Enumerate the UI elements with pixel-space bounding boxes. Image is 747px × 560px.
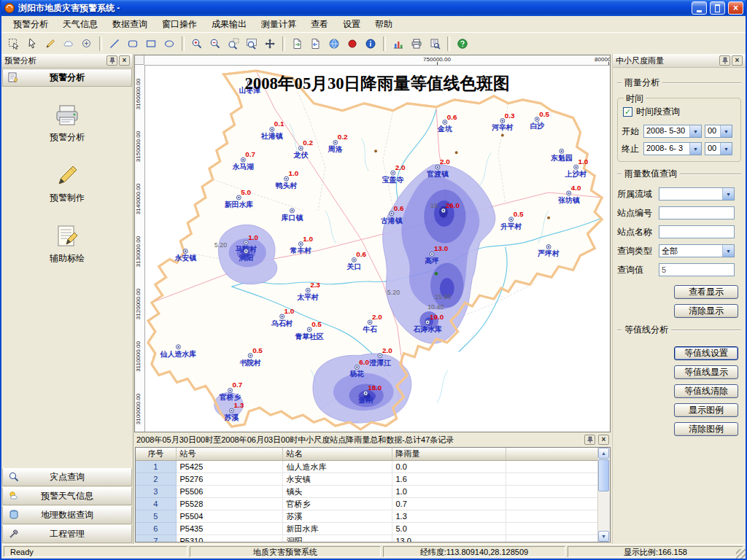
app-window: 浏阳市地质灾害预警系统 - × 预警分析天气信息数据查询窗口操作成果输出测量计算…	[0, 0, 747, 560]
chevron-down-icon[interactable]	[722, 188, 734, 200]
end-date-combo[interactable]: 2008- 6- 3	[643, 142, 702, 155]
table-row[interactable]: 6P5435新田水库5.0	[136, 523, 600, 535]
chart-icon[interactable]	[390, 35, 407, 52]
scrollbar-thumb[interactable]	[598, 459, 609, 491]
pen-icon[interactable]	[42, 35, 59, 52]
svg-text:库口镇: 库口镇	[281, 214, 303, 222]
contour-action-button[interactable]: 清除图例	[674, 422, 738, 436]
menu-item[interactable]: 设置	[336, 16, 368, 33]
station-code-input[interactable]	[659, 206, 735, 219]
map-canvas[interactable]: 山枣潭社港镇0.1龙伏0.2周洛0.2金坑0.6河辛村0.3白沙0.5永马湖0.…	[145, 66, 610, 432]
zoom-in-icon[interactable]	[188, 35, 206, 52]
menu-item[interactable]: 测量计算	[254, 16, 303, 33]
info-icon[interactable]	[362, 35, 379, 52]
contour-action-button[interactable]: 显示图例	[674, 403, 738, 417]
close-panel-icon[interactable]	[732, 55, 743, 66]
zoom-out-icon[interactable]	[206, 35, 224, 52]
time-range-checkbox-row[interactable]: 时间段查询	[623, 106, 737, 118]
chevron-down-icon[interactable]	[722, 245, 734, 257]
sidebar-item-disaster-query[interactable]: 灾点查询	[2, 468, 132, 486]
tool-warning-analysis[interactable]: 预警分析	[31, 102, 104, 144]
menu-item[interactable]: 帮助	[368, 16, 400, 33]
table-row[interactable]: 3P5506镇头1.0	[136, 486, 600, 498]
contour-value-label: 10.40	[427, 303, 444, 311]
pointer-icon[interactable]	[23, 35, 41, 52]
page-import-icon[interactable]	[307, 35, 325, 52]
close-button[interactable]: ×	[728, 1, 743, 15]
svg-text:2.0: 2.0	[395, 163, 406, 171]
table-row[interactable]: 1P5425仙人造水库0.0	[136, 461, 600, 473]
column-header-station-name[interactable]: 站名	[282, 448, 392, 461]
line-tool-icon[interactable]	[106, 35, 123, 52]
start-hour-combo[interactable]: 00	[705, 125, 732, 138]
record-icon[interactable]	[344, 35, 361, 52]
checkbox-checked-icon[interactable]	[623, 107, 632, 117]
menu-item[interactable]: 预警分析	[6, 16, 55, 33]
sidebar-item-project-management[interactable]: 工程管理	[2, 525, 132, 543]
scroll-down-icon[interactable]	[598, 531, 609, 542]
zoom-window-icon[interactable]	[225, 35, 242, 52]
table-scrollbar[interactable]	[597, 448, 610, 542]
sidebar-item-weather-info[interactable]: 预警天气信息	[2, 487, 132, 505]
resize-grip[interactable]	[736, 549, 746, 559]
contour-action-button[interactable]: 等值线清除	[674, 384, 738, 398]
chevron-down-icon[interactable]	[689, 125, 701, 137]
pan-icon[interactable]	[261, 35, 279, 52]
end-date-value: 2008- 6- 3	[644, 143, 689, 155]
query-value-input[interactable]	[659, 263, 735, 276]
menu-item[interactable]: 查看	[303, 16, 336, 33]
svg-text:河辛村: 河辛村	[492, 123, 514, 131]
chevron-down-icon[interactable]	[689, 143, 701, 155]
close-panel-icon[interactable]	[119, 55, 130, 66]
menu-item[interactable]: 成果输出	[204, 16, 254, 33]
column-header-rainfall[interactable]: 降雨量	[392, 448, 506, 461]
scroll-up-icon[interactable]	[598, 448, 609, 459]
close-panel-icon[interactable]	[598, 435, 609, 445]
table-row[interactable]: 4P5528官桥乡0.7	[136, 498, 600, 510]
pin-icon[interactable]	[584, 435, 595, 445]
circle-plus-icon[interactable]	[78, 35, 96, 52]
left-group-header[interactable]: 预警分析	[2, 69, 132, 87]
help-icon[interactable]	[454, 35, 471, 52]
roundrect-tool-icon[interactable]	[124, 35, 142, 52]
query-action-button[interactable]: 查看显示	[674, 285, 738, 299]
chevron-down-icon[interactable]	[720, 125, 732, 137]
basin-combo[interactable]	[659, 187, 735, 201]
query-action-button[interactable]: 清除显示	[674, 304, 738, 318]
zoom-extent-icon[interactable]	[243, 35, 260, 52]
start-date-combo[interactable]: 2008- 5-30	[643, 125, 702, 138]
tool-warning-compose[interactable]: 预警制作	[31, 163, 104, 204]
table-row[interactable]: 5P5504苏溪1.3	[136, 510, 600, 523]
minimize-button[interactable]	[692, 1, 707, 15]
station-name-input[interactable]	[659, 225, 735, 238]
tool-aux-plot[interactable]: 辅助标绘	[31, 223, 104, 265]
print-preview-icon[interactable]	[426, 35, 444, 52]
contour-action-button[interactable]: 等值线设置	[674, 346, 738, 360]
pin-icon[interactable]	[719, 55, 730, 66]
column-header-station-id[interactable]: 站号	[176, 448, 282, 461]
menu-item[interactable]: 天气信息	[55, 16, 105, 33]
rect-tool-icon[interactable]	[142, 35, 160, 52]
menu-item[interactable]: 数据查询	[105, 16, 155, 33]
page-export-icon[interactable]	[289, 35, 306, 52]
ellipse-tool-icon[interactable]	[160, 35, 178, 52]
globe-icon[interactable]	[325, 35, 343, 52]
pin-icon[interactable]	[107, 55, 117, 66]
contour-action-button[interactable]: 等值线显示	[674, 365, 738, 379]
column-header-index[interactable]: 序号	[136, 448, 176, 461]
end-label: 终止	[622, 143, 640, 155]
maximize-button[interactable]	[710, 1, 725, 15]
svg-text:澄潭江: 澄潭江	[368, 359, 392, 367]
menu-item[interactable]: 窗口操作	[155, 16, 204, 33]
end-hour-combo[interactable]: 00	[705, 142, 732, 155]
svg-text:永安镇: 永安镇	[174, 254, 197, 262]
select-area-icon[interactable]	[5, 35, 23, 52]
cloud-icon[interactable]	[60, 35, 77, 52]
sidebar-item-geo-data-query[interactable]: 地理数据查询	[2, 506, 132, 524]
data-panel: 2008年05月30日00时至2008年06月03日00时中小尺度站点降雨量总和…	[133, 433, 612, 544]
table-row[interactable]: 2P5276永安镇1.6	[136, 473, 600, 486]
chevron-down-icon[interactable]	[720, 143, 732, 155]
table-row[interactable]: 7P5310洞阳13.0	[136, 535, 600, 543]
print-icon[interactable]	[408, 35, 425, 52]
query-type-combo[interactable]: 全部	[659, 244, 735, 257]
